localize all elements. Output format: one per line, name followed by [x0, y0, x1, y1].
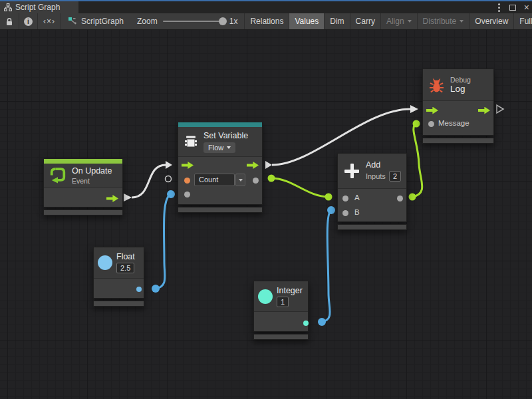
- node-debug-log[interactable]: Debug Log Message: [422, 68, 494, 144]
- info-icon: i: [24, 17, 33, 26]
- distribute-label: Distribute: [423, 17, 457, 26]
- align-menu[interactable]: Align: [380, 13, 417, 29]
- node-ports: [254, 311, 308, 331]
- node-ports: [94, 278, 144, 298]
- wire-cap: [167, 190, 175, 198]
- node-add[interactable]: Add Inputs 2 A B: [337, 153, 407, 230]
- node-footer: [178, 207, 263, 213]
- wire-add-debugmessage: [412, 124, 422, 197]
- fullscreen-button[interactable]: Full Screen: [513, 13, 532, 29]
- code-view-button[interactable]: ‹×›: [38, 13, 61, 29]
- node-title: Integer: [277, 286, 303, 295]
- wire-float-setvariable: [156, 194, 171, 289]
- close-icon[interactable]: ×: [524, 3, 529, 12]
- flow-output-port[interactable]: [247, 162, 259, 169]
- variable-name-dropdown-button[interactable]: [235, 174, 245, 186]
- toolbar-toggles: Relations Values Dim Carry Align Distrib…: [244, 13, 532, 29]
- float-output-port[interactable]: [136, 287, 142, 292]
- node-header: Integer 1: [254, 281, 308, 311]
- node-header: On Update Event: [44, 164, 122, 187]
- float-circle-icon: [98, 255, 112, 270]
- wire-start-arrowhead: [265, 161, 272, 169]
- flow-input-port[interactable]: [182, 162, 194, 169]
- maximize-icon[interactable]: [509, 5, 516, 11]
- flow-input-port[interactable]: [426, 107, 438, 114]
- node-header: Debug Log: [423, 69, 493, 100]
- align-label: Align: [386, 17, 404, 26]
- graph-toolbar: i ‹×› ScriptGraph Zoom 1x Relations Valu…: [0, 13, 532, 30]
- unconnected-flow-triangle: [497, 105, 503, 113]
- chevron-down-icon: [460, 20, 464, 23]
- code-view-icon: ‹×›: [43, 17, 55, 26]
- node-float[interactable]: Float 2.5: [93, 247, 144, 307]
- node-footer: [337, 224, 407, 230]
- graph-canvas[interactable]: On Update Event: [0, 30, 532, 399]
- node-header: Add Inputs 2: [338, 154, 406, 188]
- inputs-count-field[interactable]: 2: [389, 171, 401, 182]
- kebab-menu-icon[interactable]: [497, 3, 501, 12]
- flow-output-port[interactable]: [478, 107, 490, 114]
- node-set-variable[interactable]: Set Variable Flow Count: [178, 122, 263, 213]
- overview-button[interactable]: Overview: [469, 13, 513, 29]
- flow-output-port[interactable]: [106, 195, 118, 202]
- sum-output-port[interactable]: [397, 196, 403, 201]
- variable-value-input-port[interactable]: [184, 178, 190, 184]
- zoom-control: Zoom 1x: [130, 13, 244, 29]
- chevron-down-icon: [408, 20, 412, 23]
- port-label-a: A: [354, 194, 360, 201]
- wire-cap: [268, 175, 275, 182]
- message-input-port[interactable]: [428, 121, 434, 127]
- wire-onupdate-setvariable: [132, 165, 166, 198]
- node-footer: [43, 209, 123, 215]
- node-category: Debug: [450, 76, 471, 84]
- variable-name-value: Count: [199, 176, 218, 184]
- integer-output-port[interactable]: [303, 321, 309, 326]
- value-input-port[interactable]: [184, 192, 190, 198]
- variable-kind-dropdown[interactable]: Flow: [203, 142, 235, 153]
- wire-integer-add-b: [322, 210, 331, 322]
- variable-name-dropdown[interactable]: Count: [194, 174, 235, 186]
- zoom-slider[interactable]: [163, 21, 224, 22]
- port-label-b: B: [354, 208, 360, 216]
- float-value-field[interactable]: 2.5: [116, 263, 134, 273]
- input-port-a[interactable]: [342, 196, 348, 201]
- inputs-label: Inputs: [366, 172, 386, 180]
- lock-button[interactable]: [0, 13, 19, 29]
- wire-cap: [152, 285, 160, 293]
- port-label-message: Message: [438, 119, 469, 127]
- values-toggle[interactable]: Values: [289, 13, 324, 29]
- integer-value-field[interactable]: 1: [277, 297, 289, 307]
- integer-circle-icon: [258, 289, 273, 304]
- script-graph-asset-icon: [68, 17, 77, 26]
- carry-toggle[interactable]: Carry: [350, 13, 380, 29]
- on-update-loop-icon: [49, 166, 66, 184]
- distribute-menu[interactable]: Distribute: [417, 13, 469, 29]
- chevron-down-icon: [227, 146, 231, 149]
- inspect-button[interactable]: i: [19, 13, 38, 29]
- dim-toggle[interactable]: Dim: [324, 13, 349, 29]
- node-header: Float 2.5: [94, 247, 144, 278]
- node-ports: A B: [338, 188, 406, 221]
- node-ports: Message: [423, 100, 493, 135]
- zoom-slider-handle[interactable]: [219, 17, 227, 25]
- value-output-port[interactable]: [253, 178, 259, 184]
- node-title: Set Variable: [203, 131, 248, 140]
- node-title: Add: [366, 160, 401, 170]
- wire-start-arrowhead: [124, 194, 132, 201]
- graph-hierarchy-icon: [4, 3, 12, 11]
- lock-icon: [5, 17, 14, 27]
- input-port-b[interactable]: [342, 210, 348, 216]
- focus-indicator-line: [0, 0, 532, 1]
- node-title: Float: [116, 252, 135, 261]
- variable-kind-value: Flow: [208, 144, 223, 152]
- tab-script-graph[interactable]: Script Graph: [0, 1, 78, 13]
- wire-cap: [325, 194, 332, 201]
- wire-cap: [318, 318, 326, 326]
- unconnected-port-ring: [166, 176, 172, 182]
- relations-toggle[interactable]: Relations: [244, 13, 289, 29]
- tab-title: Script Graph: [15, 3, 60, 12]
- node-on-update[interactable]: On Update Event: [43, 158, 123, 215]
- breadcrumb[interactable]: ScriptGraph: [61, 13, 130, 29]
- window-controls: ×: [497, 1, 529, 13]
- node-integer[interactable]: Integer 1: [253, 281, 309, 340]
